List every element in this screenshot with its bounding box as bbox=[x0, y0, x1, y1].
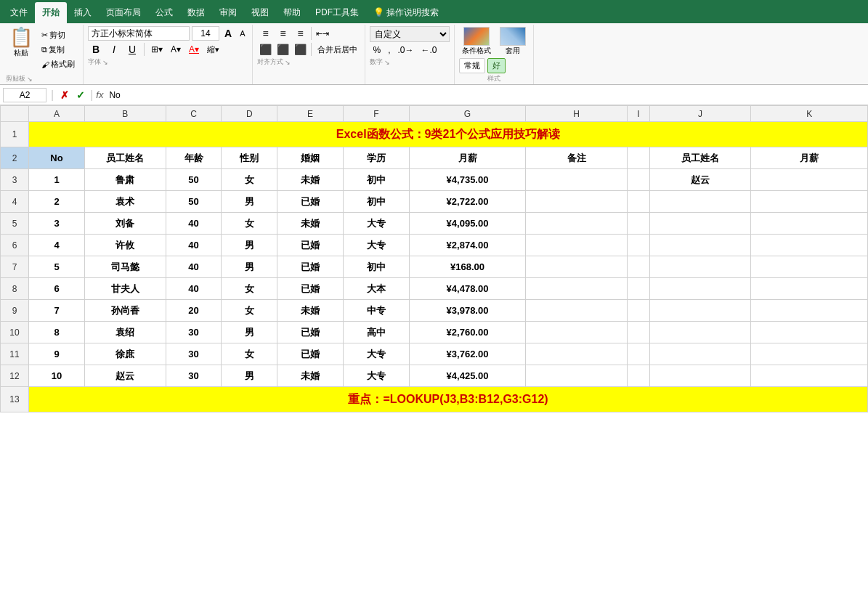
cell-F4[interactable]: 初中 bbox=[343, 191, 409, 213]
cell-K10[interactable] bbox=[751, 322, 868, 343]
cell-D5[interactable]: 女 bbox=[222, 213, 277, 235]
cell-K8[interactable] bbox=[751, 278, 868, 300]
row-header-3[interactable]: 3 bbox=[1, 169, 29, 191]
cell-I11[interactable] bbox=[627, 343, 649, 365]
cell-A5[interactable]: 3 bbox=[29, 213, 85, 235]
cell-J4[interactable] bbox=[649, 191, 751, 213]
title-cell[interactable]: Excel函数公式：9类21个公式应用技巧解读 bbox=[29, 122, 868, 147]
col-header-D[interactable]: D bbox=[222, 106, 277, 122]
cell-G9[interactable]: ¥3,978.00 bbox=[409, 300, 526, 322]
cell-D7[interactable]: 男 bbox=[222, 256, 277, 278]
cell-E6[interactable]: 已婚 bbox=[277, 235, 344, 256]
cell-D9[interactable]: 女 bbox=[222, 300, 277, 322]
thousands-button[interactable]: , bbox=[385, 44, 393, 57]
cell-E5[interactable]: 未婚 bbox=[277, 213, 344, 235]
row-header-2[interactable]: 2 bbox=[1, 147, 29, 169]
increase-decimal-button[interactable]: .0→ bbox=[394, 44, 416, 57]
cell-I9[interactable] bbox=[627, 300, 649, 322]
cell-H11[interactable] bbox=[526, 343, 628, 365]
col-header-A[interactable]: A bbox=[29, 106, 85, 122]
cell-F12[interactable]: 大专 bbox=[343, 365, 409, 387]
cell-I10[interactable] bbox=[627, 322, 649, 343]
paste-button[interactable]: 📋 粘贴 bbox=[6, 26, 36, 73]
cell-E2[interactable]: 婚姻 bbox=[277, 147, 344, 169]
cell-A2[interactable]: No bbox=[29, 147, 85, 169]
cell-F11[interactable]: 大专 bbox=[343, 343, 409, 365]
cell-J9[interactable] bbox=[649, 300, 751, 322]
cell-J11[interactable] bbox=[649, 343, 751, 365]
cell-C10[interactable]: 30 bbox=[166, 322, 222, 343]
cell-E10[interactable]: 已婚 bbox=[277, 322, 344, 343]
menu-review[interactable]: 审阅 bbox=[212, 2, 244, 23]
number-format-select[interactable]: 自定义 bbox=[370, 26, 450, 42]
cell-I4[interactable] bbox=[627, 191, 649, 213]
menu-formula[interactable]: 公式 bbox=[148, 2, 180, 23]
col-header-H[interactable]: H bbox=[526, 106, 628, 122]
fill-color-button[interactable]: A▾ bbox=[168, 43, 184, 56]
cell-B10[interactable]: 袁绍 bbox=[84, 322, 166, 343]
align-center-button[interactable]: ⬛ bbox=[275, 42, 291, 57]
col-header-I[interactable]: I bbox=[627, 106, 649, 122]
cell-G6[interactable]: ¥2,874.00 bbox=[409, 235, 526, 256]
copy-button[interactable]: ⧉ 复制 bbox=[39, 43, 77, 57]
confirm-formula-button[interactable]: ✓ bbox=[74, 89, 87, 101]
cell-F6[interactable]: 大专 bbox=[343, 235, 409, 256]
cell-H9[interactable] bbox=[526, 300, 628, 322]
cell-E12[interactable]: 未婚 bbox=[277, 365, 344, 387]
col-header-B[interactable]: B bbox=[84, 106, 166, 122]
font-size-input[interactable] bbox=[192, 26, 219, 41]
col-header-F[interactable]: F bbox=[343, 106, 409, 122]
cell-J6[interactable] bbox=[649, 235, 751, 256]
menu-start[interactable]: 开始 bbox=[35, 2, 67, 23]
cell-J10[interactable] bbox=[649, 322, 751, 343]
font-color-button[interactable]: A▾ bbox=[186, 43, 202, 56]
cell-C8[interactable]: 40 bbox=[166, 278, 222, 300]
cell-F3[interactable]: 初中 bbox=[343, 169, 409, 191]
font-name-input[interactable] bbox=[88, 26, 190, 41]
cell-A8[interactable]: 6 bbox=[29, 278, 85, 300]
cell-E9[interactable]: 未婚 bbox=[277, 300, 344, 322]
cell-G5[interactable]: ¥4,095.00 bbox=[409, 213, 526, 235]
cell-A6[interactable]: 4 bbox=[29, 235, 85, 256]
expand-font-icon[interactable]: ↘ bbox=[102, 59, 108, 66]
cell-H5[interactable] bbox=[526, 213, 628, 235]
cell-H2[interactable]: 备注 bbox=[526, 147, 628, 169]
cell-A11[interactable]: 9 bbox=[29, 343, 85, 365]
cell-H8[interactable] bbox=[526, 278, 628, 300]
cell-K11[interactable] bbox=[751, 343, 868, 365]
cell-B12[interactable]: 赵云 bbox=[84, 365, 166, 387]
cell-F9[interactable]: 中专 bbox=[343, 300, 409, 322]
cell-C6[interactable]: 40 bbox=[166, 235, 222, 256]
cell-F10[interactable]: 高中 bbox=[343, 322, 409, 343]
cell-A3[interactable]: 1 bbox=[29, 169, 85, 191]
col-header-C[interactable]: C bbox=[166, 106, 222, 122]
cell-C5[interactable]: 40 bbox=[166, 213, 222, 235]
cell-E7[interactable]: 已婚 bbox=[277, 256, 344, 278]
cell-H7[interactable] bbox=[526, 256, 628, 278]
col-header-E[interactable]: E bbox=[277, 106, 344, 122]
conditional-format-button[interactable]: 条件格式 bbox=[459, 26, 494, 57]
cell-E3[interactable]: 未婚 bbox=[277, 169, 344, 191]
cell-D8[interactable]: 女 bbox=[222, 278, 277, 300]
cell-C11[interactable]: 30 bbox=[166, 343, 222, 365]
menu-layout[interactable]: 页面布局 bbox=[99, 2, 148, 23]
cell-B11[interactable]: 徐庶 bbox=[84, 343, 166, 365]
col-header-J[interactable]: J bbox=[649, 106, 751, 122]
cell-G3[interactable]: ¥4,735.00 bbox=[409, 169, 526, 191]
align-left-button[interactable]: ⬛ bbox=[257, 42, 273, 57]
cell-F8[interactable]: 大本 bbox=[343, 278, 409, 300]
cell-J2[interactable]: 员工姓名 bbox=[649, 147, 751, 169]
cell-B7[interactable]: 司马懿 bbox=[84, 256, 166, 278]
cell-K12[interactable] bbox=[751, 365, 868, 387]
menu-help[interactable]: 帮助 bbox=[276, 2, 308, 23]
row-header-7[interactable]: 7 bbox=[1, 256, 29, 278]
cell-B9[interactable]: 孙尚香 bbox=[84, 300, 166, 322]
italic-button[interactable]: I bbox=[106, 42, 122, 57]
cell-C4[interactable]: 50 bbox=[166, 191, 222, 213]
format-painter-button[interactable]: 🖌 格式刷 bbox=[39, 57, 77, 71]
cell-E8[interactable]: 已婚 bbox=[277, 278, 344, 300]
cell-I8[interactable] bbox=[627, 278, 649, 300]
row-header-12[interactable]: 12 bbox=[1, 365, 29, 387]
decrease-decimal-button[interactable]: ←.0 bbox=[418, 44, 440, 57]
menu-data[interactable]: 数据 bbox=[180, 2, 212, 23]
